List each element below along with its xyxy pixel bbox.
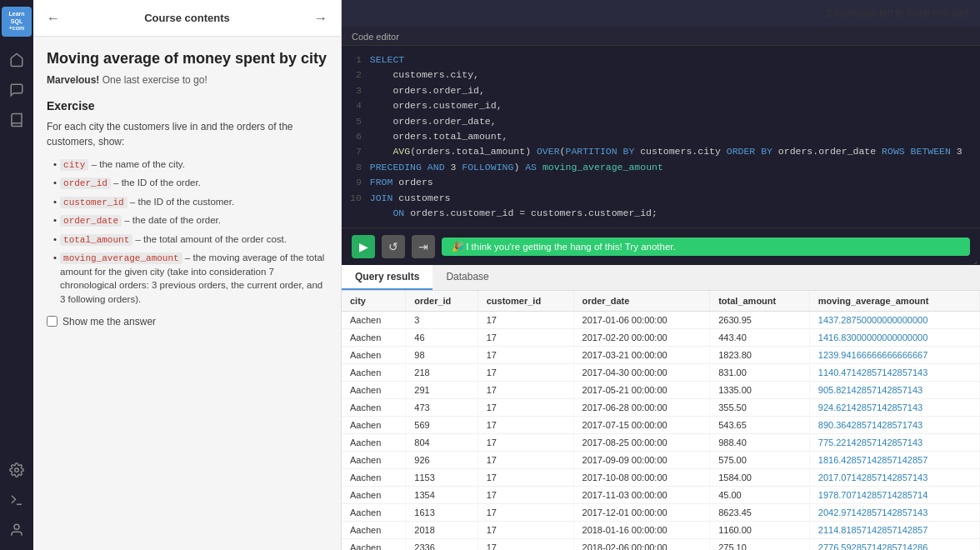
forward-button[interactable]: →	[311, 8, 331, 29]
table-cell: 1978.70714285714285714	[809, 487, 979, 504]
back-button[interactable]: ←	[43, 8, 63, 29]
user-icon[interactable]	[3, 517, 30, 543]
table-cell: 2017-02-20 00:00:00	[573, 329, 710, 347]
logo-line3: +com	[9, 25, 24, 32]
table-cell: 17	[478, 417, 573, 434]
table-cell: Aachen	[342, 452, 406, 469]
table-cell: 46	[406, 329, 478, 347]
table-cell: 2114.81857142857142857	[809, 522, 979, 539]
table-row: Aachen569172017-07-15 00:00:00543.65890.…	[342, 417, 980, 434]
exercise-section-title: Exercise	[47, 99, 328, 112]
list-item-order-id: order_id – the ID of the order.	[53, 176, 328, 190]
tab-query-results[interactable]: Query results	[342, 265, 432, 290]
table-cell: 1354	[406, 487, 478, 504]
table-cell: 17	[478, 452, 573, 469]
table-cell: 2017-07-15 00:00:00	[573, 417, 710, 434]
table-cell: 2017-06-28 00:00:00	[573, 399, 710, 417]
table-cell: Aachen	[342, 469, 406, 487]
col-moving-avg: moving_average_amount	[809, 291, 979, 312]
table-cell: Aachen	[342, 364, 406, 382]
table-cell: Aachen	[342, 504, 406, 522]
table-cell: 17	[478, 399, 573, 417]
line-numbers: 12345 678910	[342, 52, 370, 221]
table-cell: 2017-05-21 00:00:00	[573, 382, 710, 399]
table-cell: Aachen	[342, 522, 406, 539]
table-row: Aachen1613172017-12-01 00:00:008623.4520…	[342, 504, 980, 522]
chat-icon[interactable]	[3, 77, 30, 103]
table-cell: 775.22142857142857143	[809, 434, 979, 452]
exercise-subtitle: Marvelous! One last exercise to go!	[47, 74, 328, 86]
code-editor-label: Code editor	[342, 27, 980, 46]
table-cell: 988.40	[710, 434, 810, 452]
table-cell: 905.82142857142857143	[809, 382, 979, 399]
feedback-message: 🎉 I think you're getting the hang of thi…	[442, 238, 970, 256]
table-cell: 98	[406, 347, 478, 364]
reset-button[interactable]: ↺	[382, 235, 405, 258]
format-button[interactable]: ⇥	[412, 235, 435, 258]
table-cell: 1613	[406, 504, 478, 522]
table-cell: 2017.07142857142857143	[809, 469, 979, 487]
exercises-left-count: 2	[826, 8, 832, 19]
table-cell: Aachen	[342, 434, 406, 452]
table-cell: 831.00	[710, 364, 810, 382]
show-answer-container: Show me the answer	[47, 316, 328, 328]
list-item-moving-avg: moving_average_amount – the moving avera…	[53, 251, 328, 306]
table-cell: 1239.94166666666666667	[809, 347, 979, 364]
logo-line2: SQL	[11, 18, 22, 25]
table-cell: 17	[478, 487, 573, 504]
run-button[interactable]: ▶	[352, 235, 375, 258]
table-cell: 443.40	[710, 329, 810, 347]
table-cell: 1416.83000000000000000	[809, 329, 979, 347]
results-table-wrapper[interactable]: city order_id customer_id order_date tot…	[342, 291, 980, 550]
tab-database[interactable]: Database	[432, 265, 502, 290]
table-cell: 2018-02-06 00:00:00	[573, 539, 710, 550]
settings-icon[interactable]	[3, 457, 30, 483]
table-row: Aachen291172017-05-21 00:00:001335.00905…	[342, 382, 980, 399]
show-answer-checkbox[interactable]	[47, 316, 58, 327]
table-cell: 1160.00	[710, 522, 810, 539]
terminal-icon[interactable]	[3, 487, 30, 513]
table-cell: Aachen	[342, 382, 406, 399]
table-cell: 17	[478, 382, 573, 399]
table-row: Aachen98172017-03-21 00:00:001823.801239…	[342, 347, 980, 364]
table-cell: 2017-09-09 00:00:00	[573, 452, 710, 469]
table-cell: 2018	[406, 522, 478, 539]
list-item-customer-id: customer_id – the ID of the customer.	[53, 195, 328, 209]
table-header: city order_id customer_id order_date tot…	[342, 291, 980, 312]
book-icon[interactable]	[3, 107, 30, 133]
exercise-title: Moving average of money spent by city	[47, 50, 328, 68]
table-cell: 1153	[406, 469, 478, 487]
table-cell: 17	[478, 522, 573, 539]
code-area[interactable]: 12345 678910 SELECT customers.city, orde…	[342, 46, 980, 228]
table-cell: 2017-04-30 00:00:00	[573, 364, 710, 382]
results-section: Query results Database city order_id cus…	[342, 265, 980, 550]
table-cell: 1437.28750000000000000	[809, 312, 979, 329]
exercise-list: city – the name of the city. order_id – …	[47, 158, 328, 306]
table-cell: 17	[478, 347, 573, 364]
table-cell: 17	[478, 312, 573, 329]
middle-header: ← Course contents →	[33, 0, 341, 37]
table-cell: 473	[406, 399, 478, 417]
table-row: Aachen2336172018-02-06 00:00:00275.10277…	[342, 539, 980, 550]
list-item-order-date: order_date – the date of the order.	[53, 213, 328, 228]
show-answer-label[interactable]: Show me the answer	[62, 316, 156, 328]
table-cell: 45.00	[710, 487, 810, 504]
table-cell: 8623.45	[710, 504, 810, 522]
table-row: Aachen46172017-02-20 00:00:00443.401416.…	[342, 329, 980, 347]
results-table: city order_id customer_id order_date tot…	[342, 291, 980, 550]
table-cell: 2018-01-16 00:00:00	[573, 522, 710, 539]
exercise-description: For each city the customers live in and …	[47, 119, 328, 149]
table-cell: Aachen	[342, 417, 406, 434]
table-cell: 2630.95	[710, 312, 810, 329]
resize-handle[interactable]: ⌟	[970, 255, 980, 265]
table-cell: 355.50	[710, 399, 810, 417]
table-cell: Aachen	[342, 487, 406, 504]
table-cell: 2776.59285714285714286	[809, 539, 979, 550]
table-cell: 2336	[406, 539, 478, 550]
nav-icon-1[interactable]	[3, 47, 30, 73]
code-content[interactable]: SELECT customers.city, orders.order_id, …	[370, 52, 980, 221]
table-cell: 1823.80	[710, 347, 810, 364]
table-cell: 17	[478, 364, 573, 382]
table-cell: 17	[478, 469, 573, 487]
logo[interactable]: Learn SQL +com	[2, 7, 32, 37]
